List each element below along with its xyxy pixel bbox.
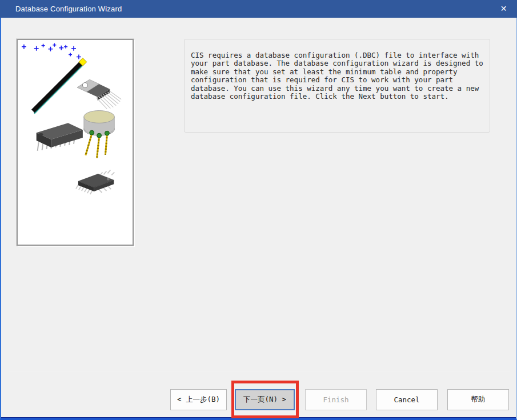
titlebar: Database Configuration Wizard ✕	[0, 0, 517, 18]
intro-text-line: CIS requires a database configuration (.…	[191, 51, 484, 59]
intro-text-box: CIS requires a database configuration (.…	[184, 39, 490, 133]
intro-text-line: make sure that you set at least the mini…	[191, 68, 484, 76]
separator	[9, 371, 510, 371]
intro-text-line: your part database. The database configu…	[191, 59, 484, 67]
help-button[interactable]: 帮助	[447, 389, 509, 410]
tssop-ic-graphic	[76, 170, 114, 195]
transistor-can-graphic	[84, 111, 114, 158]
close-icon: ✕	[500, 4, 507, 13]
window-title: Database Configuration Wizard	[0, 5, 122, 13]
intro-text-line: database. You can use this wizard any ti…	[191, 85, 484, 93]
intro-text-line: configuration that is required for CIS t…	[191, 76, 484, 84]
components-illustration	[19, 42, 131, 243]
sparkles-graphic	[22, 43, 81, 59]
next-button[interactable]: 下一页(N) >	[235, 389, 295, 410]
to220-component-graphic	[77, 79, 121, 109]
wizard-dialog: Database Configuration Wizard ✕	[0, 0, 517, 420]
back-button[interactable]: < 上一步(B)	[170, 389, 227, 410]
magic-wand-graphic	[33, 58, 87, 114]
cancel-button[interactable]: Cancel	[376, 389, 438, 410]
close-button[interactable]: ✕	[490, 0, 517, 18]
finish-button: Finish	[305, 389, 367, 410]
intro-text-line: database configuration file. Click the N…	[191, 93, 484, 101]
dip-ic-graphic	[37, 123, 83, 151]
wizard-illustration-panel	[17, 39, 134, 246]
